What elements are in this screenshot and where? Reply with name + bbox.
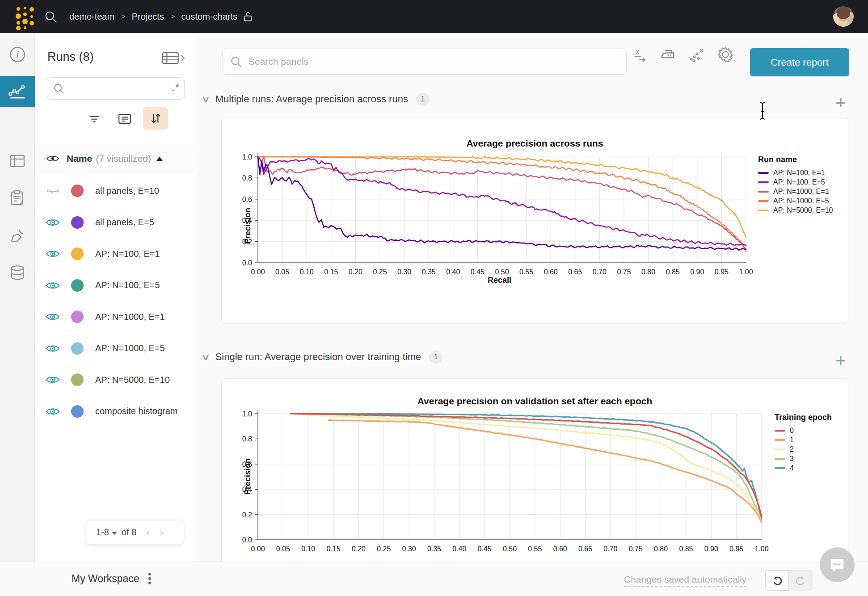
user-avatar[interactable] [833,6,854,27]
breadcrumb-projects[interactable]: Projects [132,12,164,22]
chart-line-series[interactable] [329,420,762,523]
undo-button[interactable] [765,570,789,591]
smoothing-button[interactable] [658,45,678,64]
svg-text:0.65: 0.65 [568,268,582,276]
run-row[interactable]: AP: N=100, E=1 [35,238,198,269]
breadcrumb-separator: > [114,12,132,21]
runs-table-icon[interactable] [161,51,185,65]
outliers-button[interactable] [687,45,707,64]
legend-title: Run name [758,155,833,164]
workspace-title[interactable]: My Workspace [72,573,139,585]
sort-ascending-caret[interactable] [156,157,163,161]
rail-item-sweeps[interactable] [0,221,35,252]
divider [35,137,198,137]
legend-label: AP: N=100, E=1 [773,169,825,177]
legend-swatch [775,439,785,441]
eye-icon[interactable] [46,217,60,228]
filter-runs-button[interactable] [83,109,105,129]
search-icon[interactable] [44,10,58,24]
eye-icon[interactable] [46,311,60,322]
legend-rows: 0 1 2 3 4 [775,426,832,473]
eye-icon[interactable] [46,374,60,385]
section-header-single-run[interactable]: ∨ Single run: Average precision over tra… [202,350,442,364]
legend-entry: 3 [775,454,832,463]
add-panel-button[interactable]: + [833,353,849,369]
run-name[interactable]: all panels, E=10 [95,186,159,196]
create-report-button[interactable]: Create report [750,48,849,76]
chart-line-series[interactable] [298,414,762,522]
legend-swatch [758,200,769,202]
sort-runs-button[interactable] [143,107,168,130]
run-name[interactable]: composite histogram [95,406,178,416]
page-size-caret[interactable] [112,532,117,535]
chart-panel-multiple-runs[interactable]: Average precision across runs 0.000.050.… [221,118,848,323]
eye-icon[interactable] [46,374,60,385]
runs-search-input[interactable] [69,80,158,97]
eye-closed-icon[interactable] [46,185,60,196]
rail-item-overview[interactable]: i [0,39,35,70]
autosave-status[interactable]: Changes saved automatically [624,574,746,587]
run-row[interactable]: composite histogram [35,396,198,427]
run-color-dot [71,248,84,260]
precision-recall-chart[interactable]: 0.000.050.100.150.200.250.300.350.400.45… [222,118,848,323]
run-color-dot [71,374,84,386]
run-row[interactable]: AP: N=1000, E=5 [35,333,198,364]
chevron-down-icon[interactable]: ∨ [201,94,210,105]
x-axis-settings-button[interactable]: x [631,45,650,64]
panel-search-input[interactable] [249,53,606,70]
eye-icon[interactable] [46,311,60,322]
chart-title: Average precision on validation set afte… [222,396,848,407]
epoch-precision-chart[interactable]: 0.000.050.100.150.200.250.300.350.400.45… [222,379,848,588]
group-runs-button[interactable] [114,109,136,129]
settings-button[interactable] [716,45,735,64]
run-row[interactable]: AP: N=5000, E=10 [35,364,198,395]
eye-icon[interactable] [46,280,60,291]
eye-icon[interactable] [46,406,60,417]
y-axis-label: Precision [243,208,253,244]
add-panel-button[interactable]: + [833,96,849,112]
breadcrumb-team[interactable]: demo-team [69,12,114,22]
run-name[interactable]: AP: N=100, E=5 [95,280,160,290]
run-name[interactable]: all panels, E=5 [95,217,154,227]
unlock-icon [243,11,253,22]
rail-item-panels[interactable] [0,146,35,176]
section-header-multiple-runs[interactable]: ∨ Multiple runs: Average precision acros… [202,92,430,106]
svg-text:0.40: 0.40 [452,545,466,553]
chat-launcher-button[interactable] [820,547,855,582]
rail-item-jobs[interactable] [0,182,35,213]
eye-icon[interactable] [46,343,60,354]
run-name[interactable]: AP: N=1000, E=5 [95,343,165,353]
eye-icon[interactable] [46,217,60,228]
eye-icon[interactable] [46,280,60,291]
broom-icon [8,227,26,245]
legend-swatch [775,449,785,450]
run-row[interactable]: AP: N=1000, E=1 [35,301,198,332]
kebab-menu-icon[interactable] [145,571,154,588]
redo-button[interactable] [789,570,813,591]
svg-text:0.10: 0.10 [301,545,315,553]
run-name[interactable]: AP: N=5000, E=10 [95,375,170,385]
runs-name-header[interactable]: Name (7 visualized) [35,144,198,173]
run-name[interactable]: AP: N=100, E=1 [95,249,160,259]
chart-panel-single-run[interactable]: Average precision on validation set afte… [221,378,848,588]
rail-item-charts[interactable] [0,76,35,107]
page-range[interactable]: 1-8 [96,527,109,537]
eye-icon[interactable] [46,406,60,417]
run-row[interactable]: all panels, E=5 [35,207,198,238]
prev-page-button[interactable]: ‹ [146,526,150,539]
eye-icon[interactable] [46,343,60,354]
run-row[interactable]: all panels, E=10 [35,175,198,206]
chevron-down-icon[interactable]: ∨ [201,352,210,362]
run-name[interactable]: AP: N=1000, E=1 [95,312,165,322]
wandb-logo-icon[interactable] [7,4,35,30]
redo-icon [794,574,807,587]
eye-icon[interactable] [46,248,60,259]
eye-closed-icon[interactable] [46,185,60,196]
chart-line-series[interactable] [291,414,762,517]
breadcrumb-project-name[interactable]: custom-charts [181,12,237,22]
run-row[interactable]: AP: N=100, E=5 [35,270,198,301]
eye-icon[interactable] [46,248,60,259]
rail-item-artifacts[interactable] [0,257,35,288]
regex-toggle[interactable]: .* [172,81,180,94]
next-page-button[interactable]: › [160,526,163,539]
